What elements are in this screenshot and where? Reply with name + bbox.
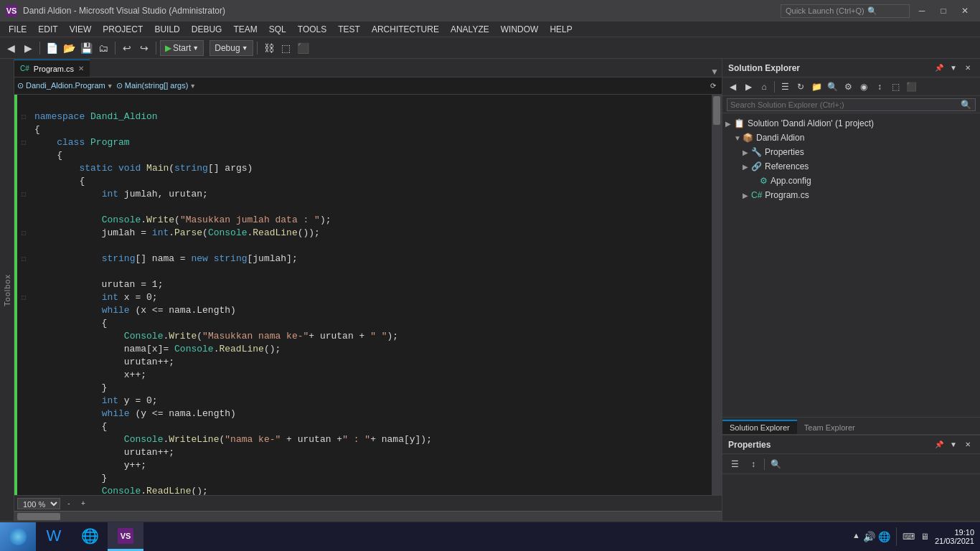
back-button[interactable]: ◀ xyxy=(3,40,19,56)
vs-logo: VS xyxy=(6,5,17,17)
se-btn-9[interactable]: ⬛ xyxy=(904,80,918,94)
menu-tools[interactable]: TOOLS xyxy=(292,22,332,37)
redo-button[interactable]: ↪ xyxy=(136,40,152,56)
start-button[interactable]: ▶ Start ▼ xyxy=(160,40,204,56)
minimize-button[interactable]: ─ xyxy=(913,4,931,18)
menu-help[interactable]: HELP xyxy=(544,22,578,37)
desktop-icon: 🖥 xyxy=(920,532,929,542)
taskbar-vs[interactable]: VS xyxy=(108,522,143,551)
menu-window[interactable]: WINDOW xyxy=(495,22,545,37)
se-btn-3[interactable]: 📁 xyxy=(809,80,824,94)
taskbar-word[interactable]: W xyxy=(36,522,72,551)
zoom-plus[interactable]: + xyxy=(77,498,89,509)
code-editor[interactable]: □ □ □ □ □ □ namespace Dandi_Aldion { cla… xyxy=(14,95,722,495)
toolbar-separator-1 xyxy=(39,42,40,55)
tree-project[interactable]: ▼ 📦 Dandi Aldion xyxy=(722,131,980,145)
undo-button[interactable]: ↩ xyxy=(119,40,135,56)
se-btn-6[interactable]: ◉ xyxy=(857,80,871,94)
project-label: Dandi Aldion xyxy=(756,133,804,143)
se-btn-8[interactable]: ⬚ xyxy=(888,80,903,94)
quick-launch-placeholder: Quick Launch (Ctrl+Q) xyxy=(786,6,864,15)
forward-button[interactable]: ▶ xyxy=(20,40,36,56)
nav-sync-button[interactable]: ⟳ xyxy=(707,80,719,92)
menu-view[interactable]: VIEW xyxy=(64,22,98,37)
clock[interactable]: 19:10 21/03/2021 xyxy=(935,528,974,545)
se-btn-4[interactable]: 🔍 xyxy=(825,80,839,94)
close-button[interactable]: ✕ xyxy=(956,4,974,18)
toolbox-label: Toolbox xyxy=(3,274,11,306)
menu-analyze[interactable]: ANALYZE xyxy=(445,22,495,37)
se-btn-7[interactable]: ↕ xyxy=(872,80,887,94)
modified-indicator xyxy=(14,95,17,495)
attach-button[interactable]: ⛓ xyxy=(261,40,277,56)
tree-solution[interactable]: ▶ 📋 Solution 'Dandi Aldion' (1 project) xyxy=(722,116,980,131)
se-btn-5[interactable]: ⚙ xyxy=(841,80,855,94)
tree-app-config[interactable]: ▶ ⚙ App.config xyxy=(722,174,980,188)
toolbar-btn-6[interactable]: ⬛ xyxy=(296,40,311,56)
vertical-scrollbar[interactable] xyxy=(712,95,722,495)
tree-properties[interactable]: ▶ 🔧 Properties xyxy=(722,145,980,159)
save-all-button[interactable]: 🗂 xyxy=(95,40,111,56)
se-tab-solution-explorer[interactable]: Solution Explorer xyxy=(722,420,797,434)
tab-close-button[interactable]: ✕ xyxy=(78,65,84,72)
properties-header: Properties 📌 ▼ ✕ xyxy=(722,435,980,454)
se-search-input[interactable] xyxy=(727,98,976,111)
panel-options-button[interactable]: ▼ xyxy=(947,62,960,75)
start-button-task[interactable] xyxy=(0,522,36,551)
close-panel-button[interactable]: ✕ xyxy=(961,62,974,75)
code-content[interactable]: namespace Dandi_Aldion { class Program {… xyxy=(29,95,712,495)
taskbar-edge[interactable]: 🌐 xyxy=(72,522,108,551)
taskbar-left: W 🌐 VS xyxy=(0,522,143,551)
toolbar-btn-5[interactable]: ⬚ xyxy=(278,40,294,56)
menu-sql[interactable]: SQL xyxy=(263,22,292,37)
tab-program-cs[interactable]: C# Program.cs ✕ xyxy=(14,60,90,77)
restore-button[interactable]: □ xyxy=(934,4,953,18)
menu-test[interactable]: TEST xyxy=(332,22,366,37)
debug-dropdown[interactable]: Debug ▼ xyxy=(209,40,253,56)
menu-architecture[interactable]: ARCHITECTURE xyxy=(366,22,445,37)
horizontal-scrollbar[interactable] xyxy=(14,511,722,521)
toolbar-separator-4 xyxy=(257,42,258,55)
open-button[interactable]: 📂 xyxy=(61,40,77,56)
props-options-button[interactable]: ▼ xyxy=(947,438,960,451)
toolbox-sidebar[interactable]: Toolbox xyxy=(0,59,14,521)
taskbar: W 🌐 VS ▲ 🔊 🌐 ⌨ 🖥 19:10 21/03/2021 xyxy=(0,522,980,551)
solution-icon: 📋 xyxy=(734,118,745,128)
quick-launch[interactable]: Quick Launch (Ctrl+Q) 🔍 xyxy=(781,4,910,18)
new-button[interactable]: 📄 xyxy=(44,40,60,56)
properties-toolbar: ☰ ↕ 🔍 xyxy=(722,454,980,474)
menu-edit[interactable]: EDIT xyxy=(32,22,63,37)
tree-program-cs[interactable]: ▶ C# Program.cs xyxy=(722,188,980,202)
se-btn-2[interactable]: ↻ xyxy=(793,80,808,94)
menu-build[interactable]: BUILD xyxy=(149,22,185,37)
title-bar-left: VS Dandi Aldion - Microsoft Visual Studi… xyxy=(6,5,225,17)
h-scroll-thumb[interactable] xyxy=(17,513,60,520)
props-close-button[interactable]: ✕ xyxy=(961,438,974,451)
zoom-select[interactable]: 100 % 75 % 150 % xyxy=(17,498,60,509)
menu-file[interactable]: FILE xyxy=(3,22,32,37)
se-toolbar: ◀ ▶ ⌂ ☰ ↻ 📁 🔍 ⚙ ◉ ↕ ⬚ ⬛ xyxy=(722,77,980,96)
method-dropdown[interactable]: ⊙ Main(string[] args) ▼ xyxy=(116,81,197,90)
tab-dropdown[interactable]: ▼ xyxy=(707,67,722,77)
se-tab-team-explorer[interactable]: Team Explorer xyxy=(797,421,862,434)
class-dropdown[interactable]: ⊙ Dandi_Aldion.Program ▼ xyxy=(17,81,113,90)
props-search-button[interactable]: 🔍 xyxy=(768,456,783,472)
zoom-minus[interactable]: - xyxy=(63,498,75,509)
se-btn-1[interactable]: ☰ xyxy=(778,80,792,94)
windows-logo xyxy=(9,528,27,545)
se-back-button[interactable]: ◀ xyxy=(725,80,740,94)
se-home-button[interactable]: ⌂ xyxy=(757,80,771,94)
menu-team[interactable]: TEAM xyxy=(227,22,263,37)
props-category-button[interactable]: ☰ xyxy=(727,456,743,472)
pin-button[interactable]: 📌 xyxy=(933,62,946,75)
menu-debug[interactable]: DEBUG xyxy=(186,22,228,37)
tab-bar: C# Program.cs ✕ ▼ xyxy=(14,59,722,77)
tree-references[interactable]: ▶ 🔗 References xyxy=(722,159,980,174)
props-pin-button[interactable]: 📌 xyxy=(933,438,946,451)
se-forward-button[interactable]: ▶ xyxy=(741,80,755,94)
method-dropdown-arrow: ▼ xyxy=(189,83,196,90)
menu-project[interactable]: PROJECT xyxy=(97,22,149,37)
scroll-thumb[interactable] xyxy=(713,96,720,125)
props-alphabetical-button[interactable]: ↕ xyxy=(745,456,761,472)
save-button[interactable]: 💾 xyxy=(78,40,94,56)
